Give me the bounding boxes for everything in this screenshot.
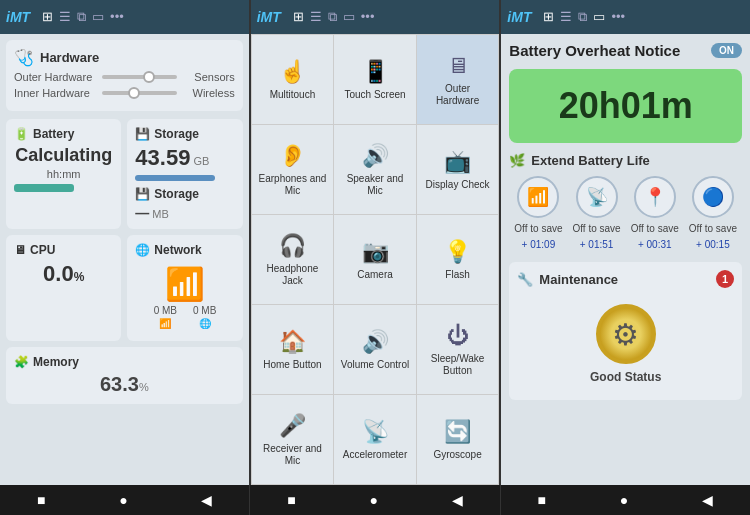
storage2-title: 💾 Storage	[135, 187, 234, 201]
hw-item-10[interactable]: 🔊Volume Control	[334, 305, 417, 395]
network-bar-2: 0 MB 🌐	[193, 305, 216, 329]
hw-item-1[interactable]: 📱Touch Screen	[334, 35, 417, 125]
home-button-2[interactable]: ●	[369, 492, 377, 508]
storage2-icon: 💾	[135, 187, 150, 201]
hw-item-icon-8: 💡	[444, 239, 471, 265]
hw-item-label-6: Headphone Jack	[258, 263, 328, 287]
network-bars: 0 MB 📶 0 MB 🌐	[154, 305, 217, 329]
back-button-1[interactable]: ◀	[201, 492, 212, 508]
save-time-2: + 00:31	[638, 239, 672, 250]
hw-item-label-12: Receiver and Mic	[258, 443, 328, 467]
hw-item-icon-3: 👂	[279, 143, 306, 169]
battery-icon: 🔋	[14, 127, 29, 141]
hardware-grid: ☝Multitouch📱Touch Screen🖥Outer Hardware👂…	[251, 34, 500, 485]
hw-item-5[interactable]: 📺Display Check	[417, 125, 500, 215]
more-icon-2[interactable]: •••	[361, 9, 375, 25]
save-label-0: Off to save	[514, 222, 562, 235]
battery-time: 20h01m	[559, 85, 693, 126]
list-icon-2[interactable]: ☰	[310, 9, 322, 25]
notice-header: Battery Overheat Notice ON	[509, 42, 742, 59]
maintenance-section: 🔧 Maintenance 1 Good Status	[509, 262, 742, 400]
hw-item-9[interactable]: 🏠Home Button	[252, 305, 335, 395]
hw-item-label-5: Display Check	[426, 179, 490, 191]
battery-icon-3[interactable]: ▭	[593, 9, 605, 25]
inner-hardware-slider[interactable]	[102, 91, 177, 95]
battery-card[interactable]: 🔋 Battery Calculating hh:mm	[6, 119, 121, 229]
stethoscope-icon: 🩺	[14, 48, 34, 67]
network-card[interactable]: 🌐 Network 📶 0 MB 📶 0 MB 🌐	[127, 235, 242, 341]
memory-value-container: 63.3%	[14, 373, 235, 396]
panel-2-header: iMT ⊞ ☰ ⧉ ▭ •••	[251, 0, 500, 34]
hw-item-icon-9: 🏠	[279, 329, 306, 355]
list-icon-3[interactable]: ☰	[560, 9, 572, 25]
list-icon-1[interactable]: ☰	[59, 9, 71, 25]
more-icon-1[interactable]: •••	[110, 9, 124, 25]
back-button-2[interactable]: ◀	[452, 492, 463, 508]
hw-item-icon-13: 📡	[362, 419, 389, 445]
status-gear-icon	[596, 304, 656, 364]
storage-card[interactable]: 💾 Storage 43.59 GB 💾 Storage	[127, 119, 242, 229]
hw-item-3[interactable]: 👂Earphones and Mic	[252, 125, 335, 215]
save-item-2[interactable]: 📍Off to save+ 00:31	[631, 176, 679, 250]
hw-item-icon-6: 🎧	[279, 233, 306, 259]
battery-icon-1[interactable]: ▭	[92, 9, 104, 25]
save-label-1: Off to save	[572, 222, 620, 235]
layers-icon-2[interactable]: ⧉	[328, 9, 337, 25]
hw-item-label-3: Earphones and Mic	[258, 173, 328, 197]
cpu-card[interactable]: 🖥 CPU 0.0%	[6, 235, 121, 341]
stop-button-1[interactable]: ■	[37, 492, 45, 508]
layers-icon-1[interactable]: ⧉	[77, 9, 86, 25]
outer-hardware-slider[interactable]	[102, 75, 177, 79]
hw-item-7[interactable]: 📷Camera	[334, 215, 417, 305]
hw-item-6[interactable]: 🎧Headphone Jack	[252, 215, 335, 305]
save-item-0[interactable]: 📶Off to save+ 01:09	[514, 176, 562, 250]
hw-item-label-10: Volume Control	[341, 359, 409, 371]
layers-icon-3[interactable]: ⧉	[578, 9, 587, 25]
home-button-3[interactable]: ●	[620, 492, 628, 508]
home-button-1[interactable]: ●	[119, 492, 127, 508]
stop-button-2[interactable]: ■	[287, 492, 295, 508]
bottom-section-1: ■ ● ◀	[0, 485, 250, 515]
back-button-3[interactable]: ◀	[702, 492, 713, 508]
network-title: 🌐 Network	[135, 243, 234, 257]
globe-icon: 🌐	[199, 318, 211, 329]
grid-icon-2[interactable]: ⊞	[293, 9, 304, 25]
header-icons-2: ⊞ ☰ ⧉ ▭ •••	[293, 9, 375, 25]
save-label-2: Off to save	[631, 222, 679, 235]
hw-item-icon-0: ☝	[279, 59, 306, 85]
more-icon-3[interactable]: •••	[611, 9, 625, 25]
battery-display: 20h01m	[509, 69, 742, 143]
panel-1-content: 🩺 Hardware Outer Hardware Sensors Inner …	[0, 34, 249, 485]
memory-title: 🧩 Memory	[14, 355, 235, 369]
stop-button-3[interactable]: ■	[538, 492, 546, 508]
hw-item-8[interactable]: 💡Flash	[417, 215, 500, 305]
hw-item-label-11: Sleep/Wake Button	[423, 353, 493, 377]
hw-item-14[interactable]: 🔄Gyroscope	[417, 395, 500, 485]
battery-bar-container	[14, 184, 113, 192]
hw-item-label-7: Camera	[357, 269, 393, 281]
hw-item-2[interactable]: 🖥Outer Hardware	[417, 35, 500, 125]
grid-icon-1[interactable]: ⊞	[42, 9, 53, 25]
panel-3-header: iMT ⊞ ☰ ⧉ ▭ •••	[501, 0, 750, 34]
logo-1: iMT	[6, 9, 30, 25]
hw-item-0[interactable]: ☝Multitouch	[252, 35, 335, 125]
hw-item-icon-7: 📷	[362, 239, 389, 265]
toggle-on[interactable]: ON	[711, 43, 742, 58]
hw-item-label-14: Gyroscope	[433, 449, 481, 461]
grid-icon-3[interactable]: ⊞	[543, 9, 554, 25]
hw-item-icon-4: 🔊	[362, 143, 389, 169]
battery-icon-2[interactable]: ▭	[343, 9, 355, 25]
save-item-1[interactable]: 📡Off to save+ 01:51	[572, 176, 620, 250]
panel-2: iMT ⊞ ☰ ⧉ ▭ ••• ☝Multitouch📱Touch Screen…	[251, 0, 502, 485]
save-items: 📶Off to save+ 01:09📡Off to save+ 01:51📍O…	[509, 176, 742, 250]
storage-bar-container	[135, 175, 234, 181]
memory-card[interactable]: 🧩 Memory 63.3%	[6, 347, 243, 404]
hw-item-icon-11: ⏻	[447, 323, 469, 349]
hw-item-4[interactable]: 🔊Speaker and Mic	[334, 125, 417, 215]
hw-item-12[interactable]: 🎤Receiver and Mic	[252, 395, 335, 485]
hw-item-13[interactable]: 📡Accelerometer	[334, 395, 417, 485]
hw-item-11[interactable]: ⏻Sleep/Wake Button	[417, 305, 500, 395]
wifi-icon: 📶	[165, 265, 205, 303]
storage-title: 💾 Storage	[135, 127, 234, 141]
save-item-3[interactable]: 🔵Off to save+ 00:15	[689, 176, 737, 250]
